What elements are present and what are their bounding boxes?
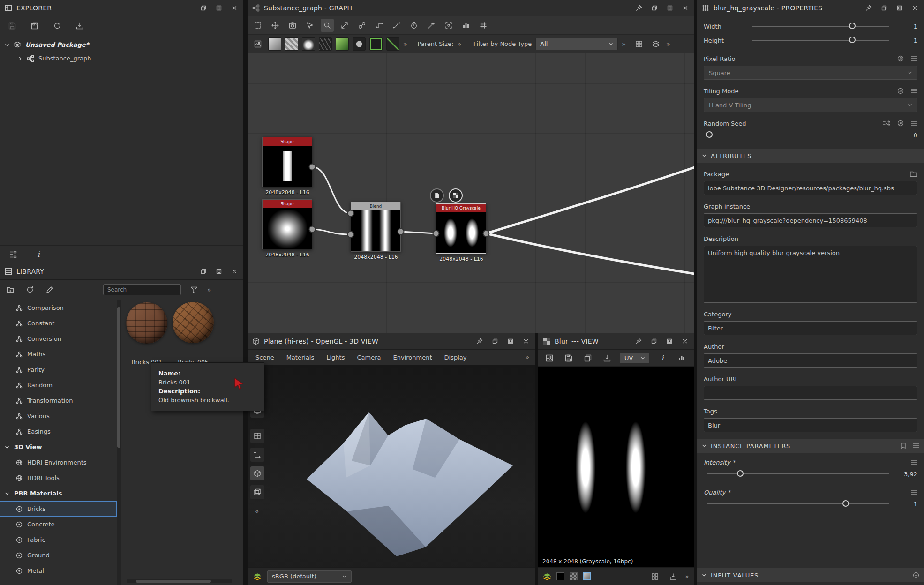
colorspace-dropdown[interactable]: sRGB (default) (267, 570, 352, 583)
instance-parameters-section-header[interactable]: INSTANCE PARAMETERS (697, 439, 924, 453)
add-input-icon[interactable] (913, 572, 919, 578)
add-library-button[interactable] (4, 283, 17, 296)
menu-icon[interactable] (911, 459, 917, 465)
background-black-swatch[interactable] (556, 572, 564, 580)
attributes-section-header[interactable]: ATTRIBUTES (697, 149, 924, 163)
library-item-transformation[interactable]: Transformation (0, 393, 117, 408)
save-all-button[interactable] (28, 19, 41, 32)
description-textarea[interactable]: Uniform high quality blur grayscale vers… (704, 246, 917, 303)
menu-overflow-button[interactable]: » (525, 353, 533, 361)
curved-links-button[interactable] (390, 19, 403, 32)
expose-icon[interactable] (897, 55, 904, 62)
library-item-metal[interactable]: Metal (0, 563, 117, 578)
node-properties-badge[interactable] (430, 188, 444, 202)
toolbar2-overflow-button[interactable]: » (666, 40, 670, 48)
library-item-conversion[interactable]: Conversion (0, 331, 117, 346)
view2d-pin-button[interactable] (634, 337, 643, 345)
menu-environment[interactable]: Environment (387, 350, 438, 365)
slider-handle[interactable] (849, 37, 856, 43)
recent-nodes-button[interactable] (251, 38, 264, 51)
library-vertical-scrollbar[interactable] (117, 300, 121, 585)
edit-library-button[interactable] (43, 283, 56, 296)
menu-camera[interactable]: Camera (351, 350, 387, 365)
slider-handle[interactable] (849, 22, 856, 29)
properties-pin-button[interactable] (864, 4, 873, 12)
menu-icon[interactable] (911, 88, 917, 94)
node-shortcut-shape[interactable] (302, 38, 315, 51)
menu-icon[interactable] (911, 489, 917, 495)
transform-gizmo-button[interactable] (250, 448, 264, 462)
refresh-library-button[interactable] (23, 283, 37, 296)
straight-links-button[interactable] (373, 19, 386, 32)
tree-row-package[interactable]: Unsaved Package* (0, 38, 243, 52)
node-shortcut-diagonal[interactable] (386, 38, 399, 51)
view3d-maximize-button[interactable] (506, 337, 515, 345)
library-overflow-button[interactable]: » (207, 286, 211, 293)
library-close-button[interactable] (230, 267, 239, 276)
node-shortcut-circle[interactable] (353, 38, 366, 51)
graph-views-button[interactable] (632, 38, 646, 51)
library-maximize-button[interactable] (215, 267, 223, 276)
slider-handle[interactable] (706, 131, 713, 138)
slider-handle[interactable] (842, 500, 849, 507)
library-item-random[interactable]: Random (0, 377, 117, 393)
node-type-filter-dropdown[interactable]: All (535, 38, 618, 50)
histogram-button[interactable] (675, 352, 688, 365)
quality-slider[interactable] (707, 499, 889, 509)
parent-size-expand-button[interactable]: » (457, 40, 461, 48)
node-shape-1[interactable]: Shape (262, 137, 312, 187)
pan-button[interactable] (269, 19, 282, 32)
side-toolbar-overflow-button[interactable]: » (254, 510, 261, 514)
focus-frame-button[interactable] (442, 19, 455, 32)
reload-button[interactable] (51, 19, 64, 32)
author-input[interactable] (704, 353, 917, 368)
node-2d-view-badge[interactable] (449, 188, 463, 202)
menu-icon[interactable] (911, 55, 917, 62)
filter-overflow-button[interactable]: » (622, 40, 626, 48)
background-button[interactable] (601, 352, 614, 365)
library-item-various[interactable]: Various (0, 408, 117, 424)
shuffle-icon[interactable] (883, 120, 890, 127)
graph-maximize-button[interactable] (666, 4, 674, 12)
viewport-3d[interactable]: » (248, 365, 535, 567)
layers-icon[interactable] (543, 573, 551, 580)
view3d-pin-button[interactable] (475, 337, 484, 345)
wireframe-button[interactable] (250, 485, 264, 499)
background-color-swatch[interactable] (583, 572, 591, 580)
graph-canvas[interactable]: Shape 2048x2048 - L16 Shape 2048x2048 - … (248, 53, 694, 333)
properties-float-button[interactable] (880, 4, 888, 12)
slider-track[interactable] (752, 26, 889, 27)
save-image-button[interactable] (562, 352, 575, 365)
width-slider[interactable] (752, 22, 889, 31)
library-item-concrete[interactable]: Concrete (0, 517, 117, 532)
library-item-constant[interactable]: Constant (0, 315, 117, 331)
profiler-button[interactable] (459, 19, 473, 32)
select-frame-button[interactable] (251, 19, 264, 32)
expose-icon[interactable] (897, 120, 904, 127)
scrollbar-thumb[interactable] (117, 307, 120, 448)
library-section-3d-view[interactable]: 3D View (0, 439, 117, 455)
view2d-float-button[interactable] (650, 337, 658, 345)
uv-grid-button[interactable] (250, 429, 264, 443)
info-button[interactable]: i (32, 248, 45, 261)
menu-icon[interactable] (913, 442, 919, 449)
export-button[interactable] (73, 19, 86, 32)
menu-lights[interactable]: Lights (320, 350, 351, 365)
tree-row-graph[interactable]: Substance_graph (0, 52, 243, 65)
node-shape-2[interactable]: Shape (262, 199, 312, 249)
shortcuts-overflow-button[interactable]: » (403, 40, 407, 48)
zoom-button[interactable] (321, 19, 334, 32)
view3d-close-button[interactable] (522, 337, 530, 345)
save-button[interactable] (6, 19, 19, 32)
node-shortcut-gradient[interactable] (336, 38, 349, 51)
preset-icon[interactable] (900, 442, 907, 449)
input-values-section-header[interactable]: INPUT VALUES (697, 568, 924, 582)
geometry-button[interactable] (250, 466, 264, 480)
library-search-input[interactable] (103, 284, 181, 295)
node-shortcut-grunge[interactable] (319, 38, 332, 51)
tree-view-button[interactable] (7, 248, 20, 261)
author-url-input[interactable] (704, 386, 917, 400)
library-item-bricks[interactable]: Bricks (0, 501, 117, 517)
explorer-close-button[interactable] (230, 4, 239, 12)
tools-button[interactable] (425, 19, 438, 32)
